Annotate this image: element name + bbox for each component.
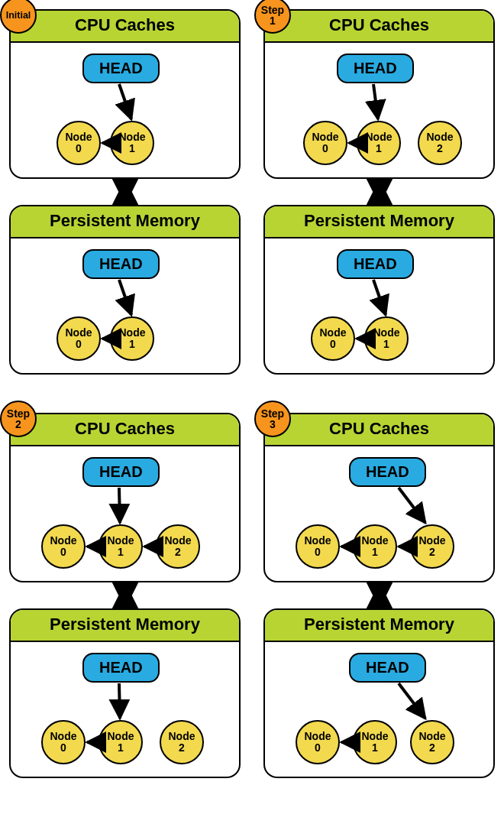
badge-text-a: Step: [261, 408, 284, 419]
node-label-a: Node: [165, 535, 192, 547]
head-box: HEAD: [349, 653, 426, 683]
cpu-cache-panel: CPU Caches HEAD Node 0 Node 1 Node 2: [263, 413, 495, 582]
cpu-cache-header: CPU Caches: [11, 11, 239, 43]
sync-arrow: [263, 582, 495, 608]
node-label-b: 0: [330, 339, 336, 350]
node-0: Node 0: [296, 524, 340, 569]
node-label-b: 2: [179, 742, 185, 754]
node-label-b: 1: [129, 339, 135, 350]
pmem-body: HEAD Node 0 Node 1: [265, 238, 493, 373]
node-label-b: 0: [76, 339, 82, 350]
cpu-cache-body: HEAD Node 0 Node 1: [11, 43, 239, 177]
pmem-panel: Persistent Memory HEAD Node 0 Node 1 Nod…: [9, 608, 241, 778]
node-0: Node 0: [41, 524, 86, 569]
node-label-a: Node: [366, 131, 393, 143]
head-box: HEAD: [82, 457, 160, 487]
node-0: Node 0: [311, 316, 355, 361]
panel-step-1: Step 1 CPU Caches HEAD Node 0 Node 1 Nod…: [263, 9, 495, 375]
node-label-b: 0: [76, 143, 82, 154]
node-label-a: Node: [305, 731, 331, 742]
head-box: HEAD: [82, 249, 160, 279]
panel-step-3: Step 3 CPU Caches HEAD Node 0 Node 1 Nod…: [263, 413, 495, 778]
svg-line-14: [119, 683, 120, 719]
step-badge-2: Step 2: [0, 401, 37, 437]
pmem-body: HEAD Node 0 Node 1 Node 2: [265, 642, 493, 777]
pmem-body: HEAD Node 0 Node 1: [11, 238, 239, 373]
node-0: Node 0: [303, 121, 347, 165]
badge-text: Initial: [6, 11, 31, 21]
node-label-a: Node: [66, 131, 92, 143]
node-label-a: Node: [66, 327, 92, 339]
node-0: Node 0: [57, 121, 101, 165]
cpu-cache-header: CPU Caches: [265, 11, 493, 43]
cpu-cache-body: HEAD Node 0 Node 1 Node 2: [265, 446, 493, 581]
node-label-a: Node: [362, 535, 389, 547]
node-1: Node 1: [353, 524, 397, 569]
pmem-body: HEAD Node 0 Node 1 Node 2: [11, 642, 239, 777]
svg-line-16: [399, 488, 425, 523]
node-1: Node 1: [99, 524, 143, 569]
pmem-panel: Persistent Memory HEAD Node 0 Node 1: [9, 205, 241, 375]
badge-text-a: Step: [7, 408, 30, 419]
svg-line-20: [399, 683, 425, 719]
svg-line-10: [119, 488, 120, 523]
node-label-b: 0: [315, 547, 321, 558]
panel-initial: Initial CPU Caches HEAD Node 0 Node 1: [9, 9, 241, 375]
node-label-a: Node: [50, 731, 77, 742]
cpu-cache-panel: CPU Caches HEAD Node 0 Node 1: [9, 9, 241, 179]
cpu-cache-body: HEAD Node 0 Node 1 Node 2: [265, 43, 493, 177]
node-label-a: Node: [427, 131, 454, 143]
node-2: Node 2: [410, 524, 454, 569]
node-label-a: Node: [119, 327, 146, 339]
badge-text-b: 2: [7, 419, 30, 430]
node-label-b: 1: [376, 143, 382, 154]
node-label-a: Node: [108, 535, 134, 547]
head-box: HEAD: [337, 54, 414, 83]
pmem-header: Persistent Memory: [11, 610, 239, 642]
svg-line-5: [373, 84, 378, 119]
node-1: Node 1: [99, 720, 143, 764]
cpu-cache-body: HEAD Node 0 Node 1 Node 2: [11, 446, 239, 581]
node-1: Node 1: [110, 121, 154, 165]
node-label-b: 2: [175, 547, 181, 558]
badge-text-a: Step: [261, 5, 284, 15]
node-label-b: 2: [429, 547, 435, 558]
node-label-b: 0: [322, 143, 328, 154]
node-label-a: Node: [169, 731, 195, 742]
panel-step-2: Step 2 CPU Caches HEAD Node 0 Node 1 Nod…: [9, 413, 241, 778]
pmem-panel: Persistent Memory HEAD Node 0 Node 1: [263, 205, 495, 375]
head-box: HEAD: [82, 653, 160, 683]
node-1: Node 1: [357, 121, 401, 165]
cpu-cache-header: CPU Caches: [11, 414, 239, 446]
node-1: Node 1: [110, 316, 154, 361]
node-label-a: Node: [305, 535, 331, 547]
badge-text-b: 1: [261, 15, 284, 26]
cpu-cache-panel: CPU Caches HEAD Node 0 Node 1 Node 2: [263, 9, 495, 179]
node-0: Node 0: [296, 720, 340, 764]
head-box: HEAD: [349, 457, 426, 487]
pmem-header: Persistent Memory: [265, 610, 493, 642]
node-label-a: Node: [312, 131, 339, 143]
node-label-b: 0: [60, 547, 66, 558]
node-label-b: 1: [118, 547, 124, 558]
badge-text-b: 3: [261, 419, 284, 430]
node-label-a: Node: [50, 535, 77, 547]
node-label-b: 1: [372, 547, 378, 558]
node-2: Node 2: [160, 720, 204, 764]
pmem-header: Persistent Memory: [265, 206, 493, 238]
node-label-b: 2: [437, 143, 443, 154]
cpu-cache-header: CPU Caches: [265, 414, 493, 446]
node-label-b: 0: [315, 742, 321, 754]
node-0: Node 0: [57, 316, 101, 361]
node-label-b: 0: [60, 742, 66, 754]
node-label-a: Node: [108, 731, 134, 742]
node-1: Node 1: [353, 720, 397, 764]
node-label-a: Node: [119, 131, 146, 143]
node-2: Node 2: [156, 524, 200, 569]
diagram-grid: Initial CPU Caches HEAD Node 0 Node 1: [9, 9, 495, 778]
svg-line-0: [119, 84, 131, 119]
node-label-a: Node: [419, 731, 446, 742]
node-2: Node 2: [410, 720, 454, 764]
sync-arrow: [9, 179, 241, 205]
node-label-a: Node: [419, 535, 446, 547]
